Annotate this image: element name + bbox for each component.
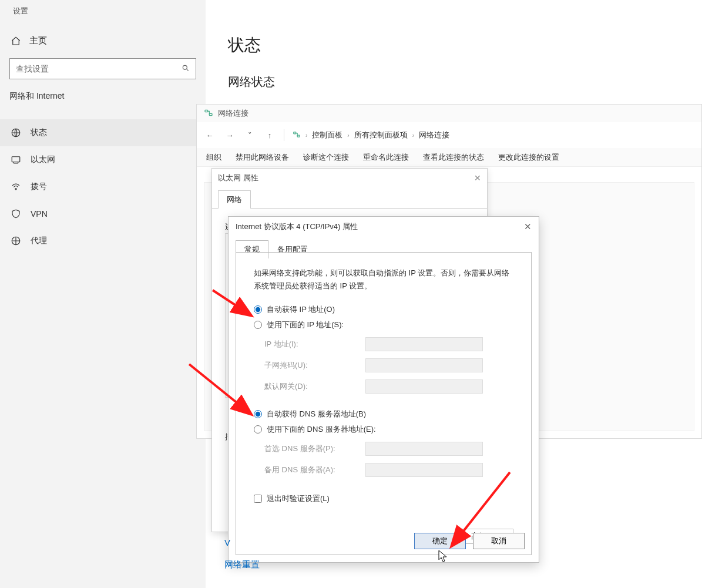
settings-sidebar: 设置 主页 网络和 Internet 状态 以太网	[0, 0, 206, 588]
validate-on-exit-label: 退出时验证设置(L)	[267, 493, 330, 504]
nav-forward-icon[interactable]: →	[224, 129, 236, 141]
radio-auto-ip-label: 自动获得 IP 地址(O)	[267, 304, 335, 315]
validate-on-exit-checkbox[interactable]	[254, 495, 262, 503]
sidebar-items: 状态 以太网 拨号 VPN 代理	[0, 119, 206, 254]
radio-manual-dns[interactable]	[254, 425, 262, 434]
dialog-title: 以太网 属性	[218, 173, 258, 183]
dialup-icon	[11, 182, 21, 192]
nav-up-icon[interactable]: ↑	[264, 129, 276, 141]
sidebar-item-vpn[interactable]: VPN	[0, 200, 206, 227]
breadcrumb-icon	[293, 130, 301, 140]
sidebar-item-proxy[interactable]: 代理	[0, 227, 206, 254]
dialog-titlebar[interactable]: 以太网 属性 ✕	[212, 169, 487, 187]
toolbar-change[interactable]: 更改此连接的设置	[498, 152, 559, 163]
ip-address-label: IP 地址(I):	[254, 339, 365, 350]
ip-address-input	[365, 337, 483, 351]
home-icon	[11, 36, 21, 46]
dialog-titlebar[interactable]: Internet 协议版本 4 (TCP/IPv4) 属性 ✕	[229, 217, 539, 237]
chevron-right-icon: ›	[412, 132, 414, 139]
proxy-icon	[11, 236, 21, 246]
breadcrumb[interactable]: › 控制面板 › 所有控制面板项 › 网络连接	[293, 130, 449, 140]
gateway-input	[365, 379, 483, 394]
dns-secondary-row: 备用 DNS 服务器(A):	[254, 463, 513, 477]
breadcrumb-item[interactable]: 所有控制面板项	[354, 130, 408, 140]
chevron-right-icon: ›	[305, 132, 307, 139]
toolbar-status[interactable]: 查看此连接的状态	[423, 152, 484, 163]
sidebar-item-ethernet[interactable]: 以太网	[0, 146, 206, 173]
dialog-body: 如果网络支持此功能，则可以获取自动指派的 IP 设置。否则，你需要从网络系统管理…	[236, 252, 532, 555]
window-title: 网络连接	[218, 108, 248, 119]
svg-rect-9	[297, 135, 300, 137]
svg-rect-7	[209, 113, 212, 115]
nav-back-icon[interactable]: ←	[204, 129, 216, 141]
tab-network[interactable]: 网络	[218, 190, 251, 209]
settings-search[interactable]	[9, 58, 196, 79]
sidebar-item-label: 以太网	[31, 154, 55, 165]
radio-manual-ip[interactable]	[254, 321, 262, 329]
radio-manual-ip-row[interactable]: 使用下面的 IP 地址(S):	[254, 320, 513, 330]
validate-on-exit-row[interactable]: 退出时验证设置(L)	[254, 493, 513, 504]
link-v[interactable]: V	[224, 537, 260, 547]
breadcrumb-item[interactable]: 控制面板	[312, 130, 342, 140]
svg-rect-8	[294, 132, 296, 133]
page-title: 状态	[206, 0, 702, 74]
explorer-navbar: ← → ˅ ↑ › 控制面板 › 所有控制面板项 › 网络连接	[197, 122, 701, 148]
svg-rect-3	[12, 157, 20, 162]
dns-primary-row: 首选 DNS 服务器(P):	[254, 442, 513, 456]
subnet-label: 子网掩码(U):	[254, 360, 365, 371]
toolbar-disable[interactable]: 禁用此网络设备	[236, 152, 289, 163]
radio-auto-ip[interactable]	[254, 305, 262, 314]
gateway-row: 默认网关(D):	[254, 379, 513, 394]
dialog-button-row: 确定 取消	[414, 533, 525, 549]
dialog-title: Internet 协议版本 4 (TCP/IPv4) 属性	[236, 221, 358, 232]
info-text: 如果网络支持此功能，则可以获取自动指派的 IP 设置。否则，你需要从网络系统管理…	[254, 267, 513, 293]
window-titlebar[interactable]: 网络连接	[197, 105, 701, 122]
radio-auto-dns[interactable]	[254, 410, 262, 418]
dns-primary-input	[365, 442, 483, 456]
dns-primary-label: 首选 DNS 服务器(P):	[254, 443, 365, 454]
dns-secondary-label: 备用 DNS 服务器(A):	[254, 465, 365, 475]
sidebar-home[interactable]: 主页	[0, 29, 206, 52]
toolbar-rename[interactable]: 重命名此连接	[363, 152, 409, 163]
link-network-reset[interactable]: 网络重置	[224, 559, 260, 570]
close-icon[interactable]: ✕	[524, 221, 532, 232]
svg-rect-6	[205, 110, 208, 112]
subnet-row: 子网掩码(U):	[254, 358, 513, 372]
radio-auto-ip-row[interactable]: 自动获得 IP 地址(O)	[254, 304, 513, 315]
explorer-toolbar: 组织 禁用此网络设备 诊断这个连接 重命名此连接 查看此连接的状态 更改此连接的…	[197, 148, 701, 167]
network-icon	[204, 108, 213, 119]
sidebar-item-label: 代理	[31, 236, 47, 246]
svg-line-1	[186, 69, 188, 70]
settings-search-input[interactable]	[16, 64, 182, 73]
sidebar-item-dialup[interactable]: 拨号	[0, 173, 206, 200]
nav-separator	[284, 129, 284, 141]
settings-app-title: 设置	[0, 0, 206, 29]
radio-manual-ip-label: 使用下面的 IP 地址(S):	[267, 320, 344, 330]
svg-point-4	[15, 189, 16, 190]
ipv4-properties-dialog: Internet 协议版本 4 (TCP/IPv4) 属性 ✕ 常规 备用配置 …	[228, 216, 539, 563]
dialog-tabstrip: 网络	[212, 187, 487, 209]
toolbar-diagnose[interactable]: 诊断这个连接	[303, 152, 349, 163]
ethernet-icon	[11, 154, 21, 165]
gateway-label: 默认网关(D):	[254, 381, 365, 392]
sidebar-item-status[interactable]: 状态	[0, 119, 206, 146]
ok-button[interactable]: 确定	[414, 533, 466, 549]
page-subtitle: 网络状态	[206, 74, 702, 107]
search-icon	[182, 64, 190, 74]
chevron-right-icon: ›	[347, 132, 349, 139]
radio-manual-dns-label: 使用下面的 DNS 服务器地址(E):	[267, 424, 376, 435]
radio-auto-dns-row[interactable]: 自动获得 DNS 服务器地址(B)	[254, 409, 513, 419]
toolbar-organize[interactable]: 组织	[206, 152, 221, 163]
cancel-button[interactable]: 取消	[473, 533, 525, 549]
radio-manual-dns-row[interactable]: 使用下面的 DNS 服务器地址(E):	[254, 424, 513, 435]
status-icon	[11, 127, 21, 138]
svg-point-0	[183, 65, 187, 69]
sidebar-item-label: 拨号	[31, 182, 47, 192]
close-icon[interactable]: ✕	[474, 173, 481, 183]
nav-recent-icon[interactable]: ˅	[244, 129, 256, 141]
sidebar-category: 网络和 Internet	[0, 91, 206, 119]
sidebar-item-label: VPN	[31, 209, 48, 219]
breadcrumb-item[interactable]: 网络连接	[419, 130, 449, 140]
sidebar-item-label: 状态	[31, 127, 47, 138]
radio-auto-dns-label: 自动获得 DNS 服务器地址(B)	[267, 409, 366, 419]
